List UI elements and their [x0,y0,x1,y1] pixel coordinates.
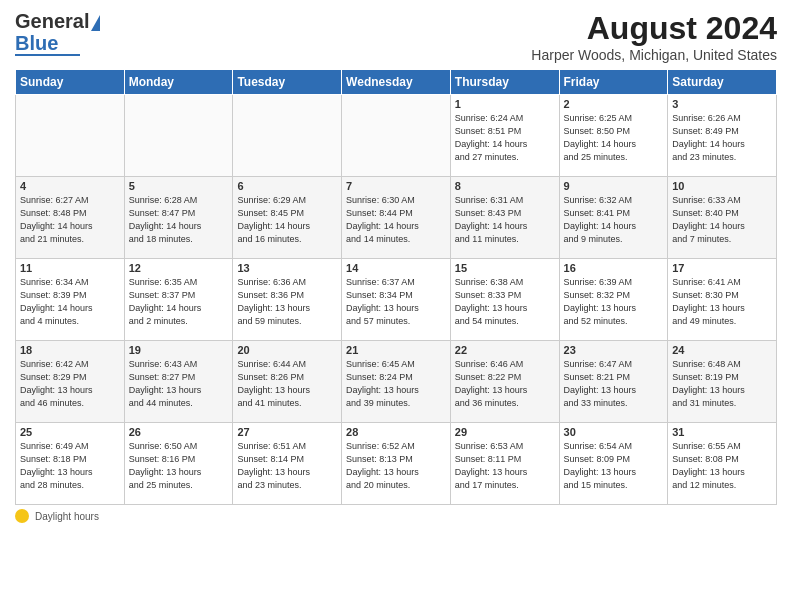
table-row: 1Sunrise: 6:24 AM Sunset: 8:51 PM Daylig… [450,95,559,177]
calendar-week-3: 18Sunrise: 6:42 AM Sunset: 8:29 PM Dayli… [16,341,777,423]
day-info: Sunrise: 6:36 AM Sunset: 8:36 PM Dayligh… [237,276,337,328]
day-number: 4 [20,180,120,192]
logo-blue: Blue [15,33,58,53]
table-row: 30Sunrise: 6:54 AM Sunset: 8:09 PM Dayli… [559,423,668,505]
sun-icon [15,509,29,523]
day-info: Sunrise: 6:43 AM Sunset: 8:27 PM Dayligh… [129,358,229,410]
header-saturday: Saturday [668,70,777,95]
table-row: 9Sunrise: 6:32 AM Sunset: 8:41 PM Daylig… [559,177,668,259]
day-info: Sunrise: 6:45 AM Sunset: 8:24 PM Dayligh… [346,358,446,410]
header-tuesday: Tuesday [233,70,342,95]
header-monday: Monday [124,70,233,95]
day-number: 16 [564,262,664,274]
table-row: 23Sunrise: 6:47 AM Sunset: 8:21 PM Dayli… [559,341,668,423]
table-row: 15Sunrise: 6:38 AM Sunset: 8:33 PM Dayli… [450,259,559,341]
table-row: 14Sunrise: 6:37 AM Sunset: 8:34 PM Dayli… [342,259,451,341]
day-info: Sunrise: 6:38 AM Sunset: 8:33 PM Dayligh… [455,276,555,328]
day-info: Sunrise: 6:47 AM Sunset: 8:21 PM Dayligh… [564,358,664,410]
day-number: 9 [564,180,664,192]
day-number: 26 [129,426,229,438]
day-number: 19 [129,344,229,356]
day-info: Sunrise: 6:35 AM Sunset: 8:37 PM Dayligh… [129,276,229,328]
logo-underline [15,54,80,56]
page: General Blue August 2024 Harper Woods, M… [0,0,792,612]
day-info: Sunrise: 6:32 AM Sunset: 8:41 PM Dayligh… [564,194,664,246]
table-row [342,95,451,177]
page-subtitle: Harper Woods, Michigan, United States [531,47,777,63]
table-row: 10Sunrise: 6:33 AM Sunset: 8:40 PM Dayli… [668,177,777,259]
table-row: 6Sunrise: 6:29 AM Sunset: 8:45 PM Daylig… [233,177,342,259]
table-row: 11Sunrise: 6:34 AM Sunset: 8:39 PM Dayli… [16,259,125,341]
table-row: 21Sunrise: 6:45 AM Sunset: 8:24 PM Dayli… [342,341,451,423]
header-sunday: Sunday [16,70,125,95]
table-row: 24Sunrise: 6:48 AM Sunset: 8:19 PM Dayli… [668,341,777,423]
day-number: 15 [455,262,555,274]
day-number: 10 [672,180,772,192]
table-row: 8Sunrise: 6:31 AM Sunset: 8:43 PM Daylig… [450,177,559,259]
table-row: 7Sunrise: 6:30 AM Sunset: 8:44 PM Daylig… [342,177,451,259]
calendar-table: Sunday Monday Tuesday Wednesday Thursday… [15,69,777,505]
calendar-header-row: Sunday Monday Tuesday Wednesday Thursday… [16,70,777,95]
table-row: 19Sunrise: 6:43 AM Sunset: 8:27 PM Dayli… [124,341,233,423]
day-number: 18 [20,344,120,356]
day-number: 5 [129,180,229,192]
table-row: 3Sunrise: 6:26 AM Sunset: 8:49 PM Daylig… [668,95,777,177]
table-row: 16Sunrise: 6:39 AM Sunset: 8:32 PM Dayli… [559,259,668,341]
table-row: 4Sunrise: 6:27 AM Sunset: 8:48 PM Daylig… [16,177,125,259]
day-number: 3 [672,98,772,110]
day-info: Sunrise: 6:49 AM Sunset: 8:18 PM Dayligh… [20,440,120,492]
day-info: Sunrise: 6:30 AM Sunset: 8:44 PM Dayligh… [346,194,446,246]
day-number: 7 [346,180,446,192]
title-block: August 2024 Harper Woods, Michigan, Unit… [531,10,777,63]
day-number: 28 [346,426,446,438]
day-info: Sunrise: 6:53 AM Sunset: 8:11 PM Dayligh… [455,440,555,492]
day-info: Sunrise: 6:39 AM Sunset: 8:32 PM Dayligh… [564,276,664,328]
table-row: 2Sunrise: 6:25 AM Sunset: 8:50 PM Daylig… [559,95,668,177]
day-number: 12 [129,262,229,274]
day-info: Sunrise: 6:31 AM Sunset: 8:43 PM Dayligh… [455,194,555,246]
day-number: 1 [455,98,555,110]
day-number: 13 [237,262,337,274]
table-row: 25Sunrise: 6:49 AM Sunset: 8:18 PM Dayli… [16,423,125,505]
header: General Blue August 2024 Harper Woods, M… [15,10,777,63]
day-info: Sunrise: 6:34 AM Sunset: 8:39 PM Dayligh… [20,276,120,328]
day-info: Sunrise: 6:48 AM Sunset: 8:19 PM Dayligh… [672,358,772,410]
table-row [16,95,125,177]
day-number: 27 [237,426,337,438]
day-info: Sunrise: 6:54 AM Sunset: 8:09 PM Dayligh… [564,440,664,492]
table-row [124,95,233,177]
table-row [233,95,342,177]
table-row: 27Sunrise: 6:51 AM Sunset: 8:14 PM Dayli… [233,423,342,505]
day-number: 14 [346,262,446,274]
day-number: 29 [455,426,555,438]
table-row: 5Sunrise: 6:28 AM Sunset: 8:47 PM Daylig… [124,177,233,259]
table-row: 17Sunrise: 6:41 AM Sunset: 8:30 PM Dayli… [668,259,777,341]
day-info: Sunrise: 6:41 AM Sunset: 8:30 PM Dayligh… [672,276,772,328]
day-number: 2 [564,98,664,110]
day-number: 24 [672,344,772,356]
day-info: Sunrise: 6:28 AM Sunset: 8:47 PM Dayligh… [129,194,229,246]
table-row: 12Sunrise: 6:35 AM Sunset: 8:37 PM Dayli… [124,259,233,341]
table-row: 22Sunrise: 6:46 AM Sunset: 8:22 PM Dayli… [450,341,559,423]
logo-triangle-icon [91,15,100,31]
table-row: 28Sunrise: 6:52 AM Sunset: 8:13 PM Dayli… [342,423,451,505]
day-info: Sunrise: 6:55 AM Sunset: 8:08 PM Dayligh… [672,440,772,492]
page-title: August 2024 [531,10,777,47]
day-number: 8 [455,180,555,192]
table-row: 29Sunrise: 6:53 AM Sunset: 8:11 PM Dayli… [450,423,559,505]
day-info: Sunrise: 6:42 AM Sunset: 8:29 PM Dayligh… [20,358,120,410]
day-info: Sunrise: 6:26 AM Sunset: 8:49 PM Dayligh… [672,112,772,164]
day-number: 25 [20,426,120,438]
table-row: 26Sunrise: 6:50 AM Sunset: 8:16 PM Dayli… [124,423,233,505]
header-friday: Friday [559,70,668,95]
day-info: Sunrise: 6:51 AM Sunset: 8:14 PM Dayligh… [237,440,337,492]
day-info: Sunrise: 6:46 AM Sunset: 8:22 PM Dayligh… [455,358,555,410]
day-number: 6 [237,180,337,192]
header-thursday: Thursday [450,70,559,95]
calendar-week-4: 25Sunrise: 6:49 AM Sunset: 8:18 PM Dayli… [16,423,777,505]
table-row: 31Sunrise: 6:55 AM Sunset: 8:08 PM Dayli… [668,423,777,505]
day-info: Sunrise: 6:25 AM Sunset: 8:50 PM Dayligh… [564,112,664,164]
day-info: Sunrise: 6:52 AM Sunset: 8:13 PM Dayligh… [346,440,446,492]
logo-general: General [15,10,89,33]
calendar-week-2: 11Sunrise: 6:34 AM Sunset: 8:39 PM Dayli… [16,259,777,341]
